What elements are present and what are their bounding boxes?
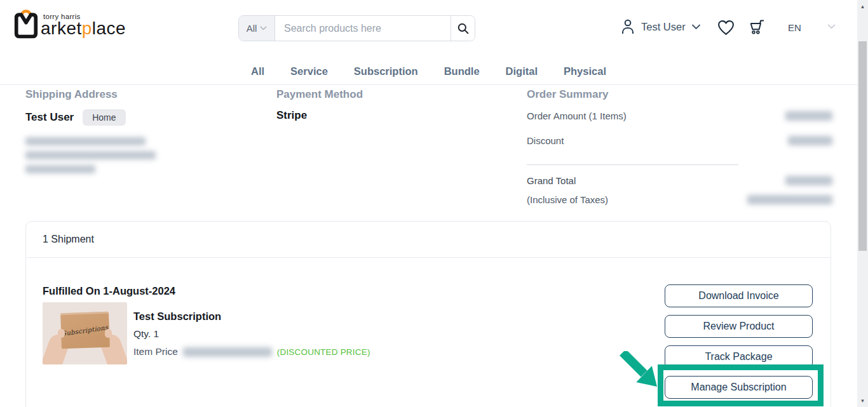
search-bar: All: [238, 15, 475, 41]
order-amount-label: Order Amount (1 Items): [527, 110, 627, 121]
address-tag-badge: Home: [83, 109, 125, 126]
product-image-text: Subscriptions: [62, 323, 109, 337]
redacted-grand-total: [785, 176, 832, 185]
nav-tab-bundle[interactable]: Bundle: [444, 65, 480, 77]
header-divider: [0, 84, 868, 85]
brand-name: arketplace: [41, 20, 126, 37]
nav-tab-physical[interactable]: Physical: [564, 65, 606, 77]
tax-note: (Inclusive of Taxes): [527, 194, 608, 205]
review-product-button[interactable]: Review Product: [665, 315, 813, 338]
nav-tab-all[interactable]: All: [251, 65, 264, 77]
product-name[interactable]: Test Subscription: [133, 310, 370, 323]
chevron-down-icon: [691, 24, 701, 30]
payment-method-section: Payment Method Stripe: [276, 88, 363, 122]
wishlist-heart-icon[interactable]: [717, 20, 735, 36]
redacted-address: [25, 137, 156, 173]
marketplace-order-page: torry harris arketplace All Test User: [0, 0, 868, 407]
scrollbar-thumb[interactable]: [858, 41, 867, 251]
shipment-card: 1 Shipment Fulfilled On 1-August-2024 Su…: [25, 221, 831, 407]
nav-tab-subscription[interactable]: Subscription: [354, 65, 418, 77]
discount-label: Discount: [527, 135, 564, 146]
scroll-up-icon[interactable]: ▲: [857, 1, 868, 11]
account-menu[interactable]: Test User: [620, 18, 701, 35]
redacted-tax-savings: [747, 195, 832, 204]
product-image[interactable]: Subscriptions: [43, 302, 127, 364]
scroll-down-icon[interactable]: ▼: [857, 396, 868, 406]
discounted-price-note: (DISCOUNTED PRICE): [277, 347, 370, 357]
payment-method-value: Stripe: [276, 109, 363, 122]
user-icon: [620, 18, 635, 35]
redacted-order-amount: [785, 111, 832, 121]
bag-logo-icon: [13, 8, 39, 39]
search-input[interactable]: [275, 16, 451, 41]
product-quantity: Qty. 1: [133, 328, 370, 340]
search-button[interactable]: [451, 16, 475, 41]
order-summary-section: Order Summary Order Amount (1 Items) Dis…: [527, 88, 832, 205]
cart-icon[interactable]: [747, 18, 766, 36]
account-name: Test User: [641, 21, 686, 33]
track-package-button[interactable]: Track Package: [665, 345, 813, 368]
shipment-count: 1 Shipment: [26, 222, 831, 258]
vertical-scrollbar[interactable]: ▲ ▼: [857, 0, 868, 407]
search-icon: [457, 22, 470, 35]
brand-logo[interactable]: torry harris arketplace: [13, 8, 126, 39]
chevron-down-icon: [260, 26, 267, 30]
order-actions: Download Invoice Review Product Track Pa…: [665, 284, 813, 399]
fulfilled-date: Fulfilled On 1-August-2024: [43, 285, 175, 297]
language-selector[interactable]: EN: [788, 22, 801, 33]
search-category-dropdown[interactable]: All: [239, 16, 275, 41]
product-info: Test Subscription Qty. 1 Item Price (DIS…: [133, 310, 370, 357]
payment-method-title: Payment Method: [276, 88, 363, 101]
redacted-item-price: [183, 347, 272, 357]
summary-divider: [527, 164, 738, 165]
shipping-address-section: Shipping Address Test User Home: [25, 88, 156, 179]
redacted-discount: [788, 136, 832, 145]
category-nav: All Service Subscription Bundle Digital …: [0, 65, 857, 77]
shipping-address-title: Shipping Address: [25, 88, 156, 101]
manage-subscription-button[interactable]: Manage Subscription: [665, 376, 813, 399]
nav-tab-service[interactable]: Service: [290, 65, 328, 77]
grand-total-label: Grand Total: [527, 175, 576, 186]
search-category-value: All: [247, 23, 257, 34]
download-invoice-button[interactable]: Download Invoice: [665, 284, 813, 307]
nav-tab-digital[interactable]: Digital: [506, 65, 538, 77]
recipient-name: Test User: [25, 111, 74, 124]
order-summary-title: Order Summary: [527, 88, 832, 101]
item-price-label: Item Price: [133, 346, 178, 357]
product-image-box: Subscriptions: [60, 312, 110, 349]
language-chevron-down-icon[interactable]: [827, 24, 836, 29]
